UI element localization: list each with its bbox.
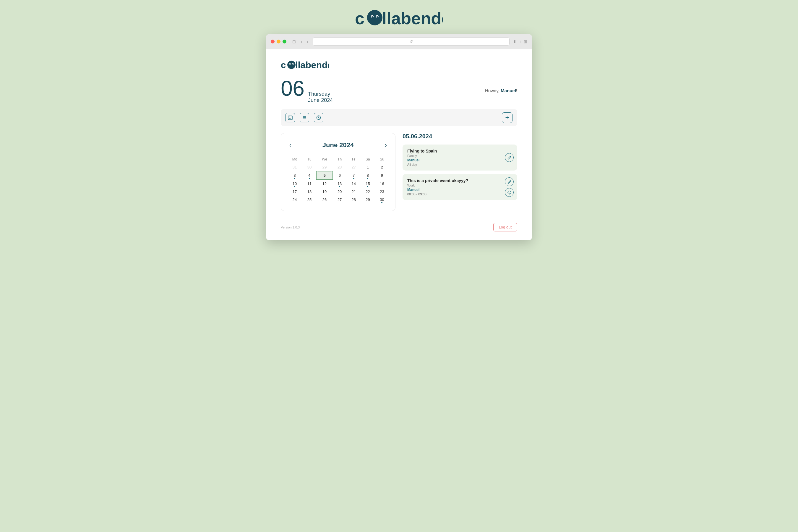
calendar-day-cell[interactable]: 20 [332,188,347,196]
calendar-day-cell[interactable]: 30 [375,196,389,204]
calendar-week-row: 313029282712 [287,163,389,171]
event-dot [339,186,340,187]
event-dot [294,178,295,179]
calendar-panel: ‹ June 2024 › MoTuWeThFrSaSu 31302928271… [281,133,396,211]
traffic-lights [271,40,286,43]
back-button[interactable]: ‹ [299,39,303,45]
calendar-day-cell[interactable]: 31 [287,163,302,171]
event-person: Manuel [407,158,513,162]
new-tab-button[interactable]: + [519,39,521,44]
calendar-day-cell[interactable]: 15 [361,180,375,188]
date-month: June 2024 [308,97,333,103]
calendar-week-row: 10111213141516 [287,180,389,188]
grid-button[interactable]: ⊞ [524,39,527,44]
calendar-next-button[interactable]: › [382,140,389,150]
calendar-day-cell[interactable]: 29 [361,196,375,204]
calendar-week-row: 3456789 [287,171,389,180]
event-dot [367,178,368,179]
svg-text:llabender: llabender [295,60,329,70]
calendar-day-cell[interactable]: 13 [332,180,347,188]
svg-text:17: 17 [289,118,291,119]
event-dot [367,186,368,187]
calendar-day-headers: MoTuWeThFrSaSu [287,155,389,163]
svg-point-5 [377,16,378,18]
edit-event-button[interactable] [505,153,514,162]
calendar-day-cell[interactable]: 7 [347,171,361,180]
calendar-day-cell[interactable]: 23 [375,188,389,196]
calendar-day-cell[interactable]: 6 [332,171,347,180]
calendar-view-button[interactable]: 17 [285,113,295,122]
calendar-day-cell[interactable]: 4 [302,171,317,180]
calendar-day-cell[interactable]: 28 [332,163,347,171]
calendar-day-cell[interactable]: 1 [361,163,375,171]
browser-action-buttons: ⬆ + ⊞ [513,39,527,44]
window-icon-button[interactable]: ⊡ [291,39,297,45]
calendar-day-cell[interactable]: 21 [347,188,361,196]
event-time: All day [407,163,513,166]
close-button[interactable] [271,40,274,43]
fullscreen-button[interactable] [283,40,286,43]
calendar-day-cell[interactable]: 17 [287,188,302,196]
forward-button[interactable]: › [306,39,309,45]
calendar-day-cell[interactable]: 3 [287,171,302,180]
svg-text:c: c [355,9,364,28]
browser-window: ⊡ ‹ › ↺ ⬆ + ⊞ c llabender [266,34,532,240]
svg-point-25 [508,191,511,194]
version-label: Version 1.0.3 [281,226,300,229]
calendar-day-cell[interactable]: 5 [317,171,333,180]
event-dot [353,178,354,179]
calendar-body: 3130292827123456789101112131415161718192… [287,163,389,204]
calendar-day-header: We [317,155,333,163]
calendar-day-cell[interactable]: 12 [317,180,333,188]
calendar-day-cell[interactable]: 27 [332,196,347,204]
event-time: 08:00 - 09:00 [407,192,513,196]
events-date: 05.06.2024 [402,133,517,140]
calendar-day-cell[interactable]: 2 [375,163,389,171]
clock-view-button[interactable] [314,113,323,122]
svg-point-12 [292,64,293,65]
calendar-day-cell[interactable]: 27 [347,163,361,171]
edit-event-button[interactable] [505,177,514,186]
calendar-day-cell[interactable]: 30 [302,163,317,171]
address-bar[interactable]: ↺ [313,38,509,45]
browser-titlebar: ⊡ ‹ › ↺ ⬆ + ⊞ [266,34,532,49]
svg-line-24 [319,118,320,118]
svg-text:c: c [281,60,286,70]
event-card: Flying to SpainFamilyManuelAll day [402,145,517,171]
calendar-day-cell[interactable]: 18 [302,188,317,196]
calendar-day-cell[interactable]: 8 [361,171,375,180]
calendar-day-cell[interactable]: 26 [317,196,333,204]
share-button[interactable]: ⬆ [513,39,517,44]
calendar-day-cell[interactable]: 29 [317,163,333,171]
add-event-button[interactable]: + [502,112,513,123]
calendar-day-header: Fr [347,155,361,163]
calendar-day-cell[interactable]: 16 [375,180,389,188]
calendar-day-cell[interactable]: 14 [347,180,361,188]
calendar-day-cell[interactable]: 22 [361,188,375,196]
app-logo: c llabender [281,60,517,71]
calendar-prev-button[interactable]: ‹ [287,140,294,150]
app-footer: Version 1.0.3 Log out [281,223,517,231]
calendar-day-header: Tu [302,155,317,163]
calendar-day-header: Sa [361,155,375,163]
calendar-day-cell[interactable]: 28 [347,196,361,204]
greeting: Howdy, Manuel! [485,88,517,93]
svg-rect-15 [289,116,290,116]
emoji-event-button[interactable] [505,188,514,197]
calendar-day-cell[interactable]: 19 [317,188,333,196]
calendar-grid: MoTuWeThFrSaSu 3130292827123456789101112… [287,155,389,204]
calendar-week-row: 24252627282930 [287,196,389,204]
list-view-button[interactable] [300,113,309,122]
calendar-day-header: Th [332,155,347,163]
calendar-day-cell[interactable]: 24 [287,196,302,204]
minimize-button[interactable] [277,40,281,43]
date-display: 06 Thursday June 2024 [281,78,333,103]
events-panel: 05.06.2024 Flying to SpainFamilyManuelAl… [402,133,517,204]
svg-text:llabender: llabender [382,9,443,28]
logout-button[interactable]: Log out [493,223,517,231]
calendar-day-cell[interactable]: 25 [302,196,317,204]
calendar-day-cell[interactable]: 9 [375,171,389,180]
calendar-day-cell[interactable]: 10 [287,180,302,188]
event-title: This is a private event okayyy? [407,178,513,183]
calendar-day-cell[interactable]: 11 [302,180,317,188]
